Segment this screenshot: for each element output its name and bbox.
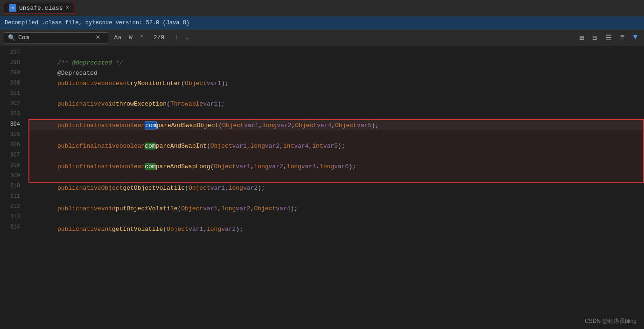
- code-token-kw-314b: native: [79, 226, 101, 233]
- code-line-314: public native int getIntVolatile ( Objec…: [29, 224, 644, 234]
- toggle-view-button[interactable]: ⊞: [577, 32, 587, 43]
- code-token-param-312c: var4: [276, 205, 290, 212]
- code-token-type-304a: Object: [222, 122, 244, 129]
- code-token-plain-306a: (: [207, 143, 210, 150]
- whole-word-button[interactable]: W: [126, 33, 135, 42]
- code-token-type-312b: Object: [254, 205, 276, 212]
- code-token-semi-302: );: [217, 100, 225, 107]
- code-match-green-306: com: [145, 143, 155, 150]
- code-token-kw-300b: native: [79, 80, 101, 87]
- search-navigation: ↑ ↓: [172, 33, 191, 43]
- code-token-kw-302c: void: [101, 100, 116, 107]
- code-token-type-308a: Object: [214, 163, 236, 170]
- search-actions: ⊞ ⊟ ☰ ≡ ▼: [577, 32, 641, 43]
- code-token-method-306: pareAndSwapInt: [156, 143, 207, 150]
- code-token-kw-308d: boolean: [119, 163, 145, 170]
- code-line-303: [29, 109, 644, 119]
- code-token-param-302: var1: [203, 100, 217, 107]
- code-token-comment-298: /** @deprecated */: [57, 59, 123, 66]
- code-token-kw-312a: public: [57, 205, 79, 212]
- search-bar: 🔍 × Aa W * 2/9 ↑ ↓ ⊞ ⊟ ☰ ≡ ▼: [0, 29, 644, 46]
- decompile-info-text: Decompiled .class file, bytecode version…: [5, 20, 189, 26]
- code-token-kw-304a: public: [57, 122, 79, 129]
- code-token-kw-300a: public: [57, 80, 79, 87]
- indent-button[interactable]: ⊟: [589, 32, 600, 43]
- line-number-309: 309: [0, 171, 20, 181]
- code-token-kw-302b: native: [79, 100, 101, 107]
- code-line-308: public final native boolean compareAndSw…: [29, 161, 643, 172]
- file-icon: c: [9, 4, 16, 12]
- regex-button[interactable]: *: [138, 33, 146, 42]
- code-token-kw-306c: native: [98, 143, 119, 150]
- code-line-310: public native Object getObjectVolatile (…: [29, 183, 644, 193]
- code-token-param-310a: var1: [210, 185, 225, 192]
- search-clear-button[interactable]: ×: [96, 34, 100, 42]
- code-token-type-312a: Object: [181, 205, 203, 212]
- code-token-kw-308c: native: [98, 163, 119, 170]
- code-token-annotation-299: @Deprecated: [57, 70, 98, 77]
- line-number-301: 301: [0, 88, 20, 99]
- code-token-kw-308a: public: [57, 163, 79, 170]
- code-token-kw-308f: long: [287, 163, 301, 170]
- code-token-kw-304c: native: [98, 122, 119, 129]
- code-token-semi-300: );: [221, 80, 229, 87]
- line-number-310: 310: [0, 181, 20, 191]
- search-options: Aa W *: [112, 33, 146, 42]
- code-token-kw-314c: int: [101, 226, 112, 233]
- code-line-307: [29, 151, 643, 161]
- code-token-type-306a: Object: [210, 143, 232, 150]
- code-token-method-312: putObjectVolatile: [116, 205, 178, 212]
- case-sensitive-button[interactable]: Aa: [112, 33, 124, 42]
- line-numbers-gutter: 297 298 299 300 301 302 303 304 305 306 …: [0, 46, 26, 329]
- code-token-param-304c: var4: [317, 122, 331, 129]
- highlight-block: public final native boolean compareAndSw…: [28, 119, 644, 183]
- code-token-kw-310b: native: [79, 185, 101, 192]
- code-line-301: [29, 88, 644, 99]
- code-token-type-310: Object: [101, 185, 123, 192]
- line-number-305: 305: [0, 129, 20, 140]
- close2-button[interactable]: ☰: [602, 32, 615, 43]
- code-line-300: public native boolean tryMonitorEnter ( …: [29, 78, 644, 88]
- line-number-312: 312: [0, 201, 20, 212]
- code-token-kw-314d: long: [207, 226, 221, 233]
- code-token-kw-310a: public: [57, 185, 79, 192]
- code-token-kw-308b: final: [79, 163, 98, 170]
- code-token-param-300: var1: [207, 80, 221, 87]
- code-token-kw-306f: int: [283, 143, 294, 150]
- code-match-current-304: com: [145, 122, 156, 129]
- code-editor: 297 298 299 300 301 302 303 304 305 306 …: [0, 46, 644, 329]
- search-magnifier-icon: 🔍: [8, 34, 15, 42]
- line-number-307: 307: [0, 150, 20, 160]
- code-token-method-304: pareAndSwapObject: [157, 122, 219, 129]
- code-token-kw-314a: public: [57, 226, 79, 233]
- next-match-button[interactable]: ↓: [182, 33, 191, 43]
- code-token-param-306b: var2: [265, 143, 280, 150]
- code-token-kw-306b: final: [79, 143, 98, 150]
- code-token-kw-300c: boolean: [101, 80, 127, 87]
- tab-close-button[interactable]: ×: [66, 5, 69, 11]
- prev-match-button[interactable]: ↑: [172, 33, 181, 43]
- code-token-method-302: throwException: [116, 100, 167, 107]
- filter-button[interactable]: ≡: [617, 32, 628, 43]
- code-line-297: [29, 47, 644, 57]
- code-line-312: public native void putObjectVolatile ( O…: [29, 203, 644, 214]
- code-token-type-304c: Object: [335, 122, 357, 129]
- code-token-param-308b: var2: [269, 163, 283, 170]
- file-tab[interactable]: c Unsafe.class ×: [4, 2, 74, 14]
- code-token-kw-312c: void: [101, 205, 116, 212]
- code-token-param-308a: var1: [236, 163, 250, 170]
- code-token-plain-302a: (: [167, 100, 170, 107]
- code-token-kw-306a: public: [57, 143, 79, 150]
- line-number-314: 314: [0, 222, 20, 232]
- funnel-button[interactable]: ▼: [630, 32, 640, 43]
- code-token-param-310b: var2: [243, 185, 258, 192]
- search-input[interactable]: [18, 34, 93, 41]
- line-number-311: 311: [0, 191, 20, 201]
- tab-bar: c Unsafe.class ×: [0, 0, 644, 16]
- search-count: 2/9: [154, 34, 164, 41]
- code-token-plain-304a: (: [218, 122, 222, 129]
- line-number-313: 313: [0, 212, 20, 222]
- line-number-299: 299: [0, 68, 20, 78]
- line-number-302: 302: [0, 99, 20, 109]
- code-token-type-302: Throwable: [170, 100, 203, 107]
